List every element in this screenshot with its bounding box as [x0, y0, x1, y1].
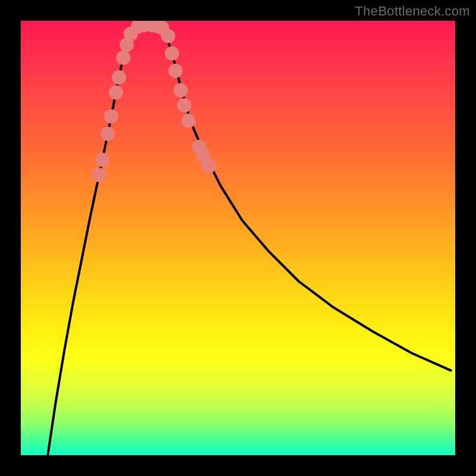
data-dot	[202, 159, 216, 174]
data-dot	[101, 127, 115, 141]
data-dot	[109, 86, 123, 100]
data-dot	[161, 29, 176, 43]
data-dot	[165, 46, 179, 61]
data-dot	[104, 109, 118, 124]
data-dot	[168, 64, 183, 78]
chart-plot-area	[21, 21, 455, 455]
data-dot	[92, 168, 106, 182]
chart-svg	[21, 21, 455, 455]
data-dot	[116, 51, 130, 65]
data-dot	[177, 98, 192, 112]
curve-right-curve	[164, 29, 451, 371]
watermark-text: TheBottleneck.com	[355, 4, 470, 19]
data-dot	[95, 153, 109, 167]
data-dot	[174, 83, 188, 98]
data-dot	[181, 114, 196, 128]
data-dot	[112, 70, 126, 84]
